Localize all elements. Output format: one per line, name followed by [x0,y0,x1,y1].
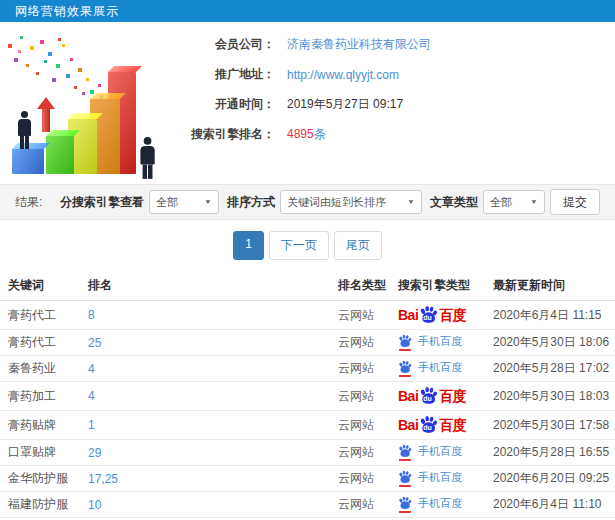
rank-link[interactable]: 17,25 [88,472,118,486]
engine-filter-label: 分搜索引擎查看 [60,194,144,211]
member-company-row: 会员公司： 济南秦鲁药业科技有限公司 [180,36,615,53]
rank-cell: 4 [88,389,338,403]
chevron-down-icon: ▼ [407,198,415,205]
table-row: 金华防护服 17,25 云网站 Baidu百度 手机百度 2020年6月20日 … [0,466,615,492]
update-time-cell: 2020年6月4日 11:15 [493,307,615,324]
result-label: 结果: [15,194,42,211]
column-engine-type: 搜索引擎类型 [398,277,493,294]
table-header: 关键词 排名 排名类型 搜索引擎类型 最新更新时间 [0,271,615,301]
next-page-button[interactable]: 下一页 [269,231,329,260]
engine-cell: Baidu百度 手机百度 [398,415,493,435]
mobile-baidu-label: 手机百度 [418,334,462,349]
table-body: 膏药代工 8 云网站 Baidu百度 手机百度 2020年6月4日 11:15 … [0,301,615,518]
update-time-cell: 2020年5月28日 17:02 [493,360,615,377]
page-button-current[interactable]: 1 [233,231,264,260]
engine-rank-row: 搜索引擎排名： 4895条 [180,126,615,143]
baidu-paw-icon [398,334,412,348]
table-row: 口罩贴牌 29 云网站 Baidu百度 手机百度 2020年5月28日 16:5… [0,440,615,466]
results-table: 关键词 排名 排名类型 搜索引擎类型 最新更新时间 膏药代工 8 云网站 Bai… [0,271,615,520]
baidu-paw-icon [398,444,412,458]
bar-chart-illustration [0,30,180,180]
chart-bar [46,136,74,174]
rank-link[interactable]: 4 [88,389,95,403]
engine-cell: Baidu百度 手机百度 [398,444,493,462]
promotion-url-link[interactable]: http://www.qlyyjt.com [287,68,399,82]
mobile-baidu-label: 手机百度 [418,470,462,485]
mobile-baidu-label: 手机百度 [418,496,462,511]
update-time-cell: 2020年5月30日 17:58 [493,417,615,434]
keyword-cell: 金华防护服 [8,470,88,487]
member-info: 会员公司： 济南秦鲁药业科技有限公司 推广地址： http://www.qlyy… [180,30,615,180]
baidu-logo: Baidu百度 [398,419,466,433]
table-row: 秦鲁药业 4 云网站 Baidu百度 手机百度 2020年5月28日 17:02 [0,356,615,382]
rank-cell: 29 [88,446,338,460]
rank-link[interactable]: 29 [88,446,101,460]
column-rank-type: 排名类型 [338,277,398,294]
rank-cell: 1 [88,418,338,432]
engine-rank-count: 4895 [287,127,314,141]
article-type-label: 文章类型 [430,194,478,211]
engine-cell: Baidu百度 手机百度 [398,360,493,378]
promotion-url-label: 推广地址： [180,66,275,83]
keyword-cell: 口罩贴牌 [8,444,88,461]
update-time-cell: 2020年5月30日 18:06 [493,334,615,351]
table-row: 膏药加工 4 云网站 Baidu百度 手机百度 2020年5月30日 18:03 [0,382,615,411]
update-time-cell: 2020年5月28日 16:55 [493,444,615,461]
open-time-value: 2019年5月27日 09:17 [287,96,403,113]
engine-cell: Baidu百度 手机百度 [398,305,493,325]
page: 网络营销效果展示 会员公司： 济南秦鲁药业科技有限公司 [0,0,615,520]
member-info-section: 会员公司： 济南秦鲁药业科技有限公司 推广地址： http://www.qlyy… [0,22,615,180]
keyword-cell: 膏药代工 [8,334,88,351]
article-type-select[interactable]: 全部 ▼ [483,190,545,214]
rank-type-cell: 云网站 [338,496,398,513]
rank-type-cell: 云网站 [338,360,398,377]
baidu-paw-icon [398,496,412,510]
sort-select[interactable]: 关键词由短到长排序 ▼ [280,190,422,214]
baidu-paw-icon [398,470,412,484]
baidu-logo: Baidu百度 [398,309,466,323]
rank-cell: 10 [88,498,338,512]
rank-type-cell: 云网站 [338,307,398,324]
baidu-logo: Baidu百度 [398,390,466,404]
keyword-cell: 秦鲁药业 [8,360,88,377]
submit-button[interactable]: 提交 [550,189,600,215]
mobile-baidu-logo: 手机百度 [398,360,462,375]
rank-link[interactable]: 10 [88,498,101,512]
rank-cell: 8 [88,308,338,322]
baidu-paw-icon: du [419,305,438,324]
column-keyword: 关键词 [8,277,88,294]
rank-type-cell: 云网站 [338,334,398,351]
chevron-down-icon: ▼ [530,198,538,205]
update-time-cell: 2020年5月30日 18:03 [493,388,615,405]
rank-cell: 25 [88,336,338,350]
engine-rank-unit: 条 [314,127,326,141]
mobile-baidu-logo: 手机百度 [398,470,462,485]
last-page-button[interactable]: 尾页 [334,231,382,260]
rank-link[interactable]: 25 [88,336,101,350]
rank-link[interactable]: 8 [88,308,95,322]
keyword-cell: 膏药代工 [8,307,88,324]
rank-type-cell: 云网站 [338,388,398,405]
table-row: 膏药代工 8 云网站 Baidu百度 手机百度 2020年6月4日 11:15 [0,301,615,330]
rank-type-cell: 云网站 [338,417,398,434]
open-time-row: 开通时间： 2019年5月27日 09:17 [180,96,615,113]
member-company-link[interactable]: 济南秦鲁药业科技有限公司 [287,37,431,51]
table-row: 福建防护服 10 云网站 Baidu百度 手机百度 2020年6月4日 11:1… [0,492,615,518]
title-bar: 网络营销效果展示 [0,0,615,22]
keyword-cell: 膏药贴牌 [8,417,88,434]
mobile-baidu-logo: 手机百度 [398,496,462,511]
engine-cell: Baidu百度 手机百度 [398,470,493,488]
keyword-cell: 膏药加工 [8,388,88,405]
engine-cell: Baidu百度 手机百度 [398,334,493,352]
rank-link[interactable]: 1 [88,418,95,432]
column-rank: 排名 [88,277,338,294]
growth-arrow-icon [37,97,55,132]
pagination: 1 下一页 尾页 [0,231,615,260]
promotion-url-row: 推广地址： http://www.qlyyjt.com [180,66,615,83]
person-figure [16,111,32,149]
column-update-time: 最新更新时间 [493,277,615,294]
engine-cell: Baidu百度 手机百度 [398,496,493,514]
rank-link[interactable]: 4 [88,362,95,376]
engine-filter-select[interactable]: 全部 ▼ [149,190,219,214]
open-time-label: 开通时间： [180,96,275,113]
